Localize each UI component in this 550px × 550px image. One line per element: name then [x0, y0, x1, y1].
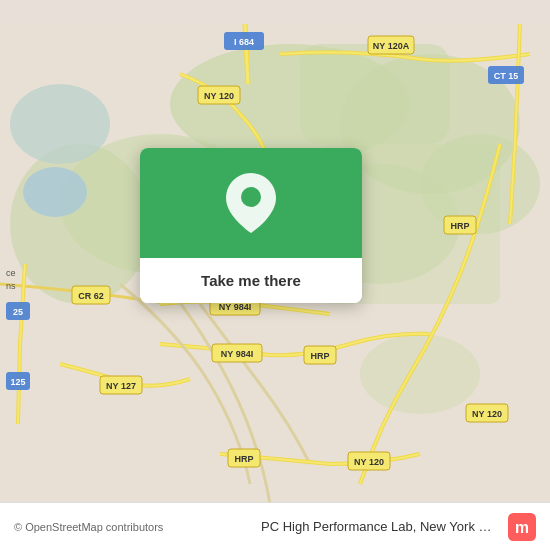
- svg-text:CT 15: CT 15: [494, 71, 519, 81]
- svg-text:125: 125: [10, 377, 25, 387]
- svg-text:NY 127: NY 127: [106, 381, 136, 391]
- moovit-logo: m: [508, 513, 536, 541]
- svg-text:CR 62: CR 62: [78, 291, 104, 301]
- svg-point-11: [23, 167, 87, 217]
- location-pin-icon: [226, 173, 276, 233]
- location-name-text: PC High Performance Lab, New York City: [261, 519, 500, 534]
- svg-text:NY 984I: NY 984I: [221, 349, 253, 359]
- svg-text:ns: ns: [6, 281, 16, 291]
- svg-text:25: 25: [13, 307, 23, 317]
- svg-point-10: [360, 334, 480, 414]
- bottom-bar: © OpenStreetMap contributors PC High Per…: [0, 502, 550, 550]
- svg-text:HRP: HRP: [234, 454, 253, 464]
- svg-text:m: m: [515, 519, 529, 536]
- svg-point-46: [241, 187, 261, 207]
- svg-text:NY 120A: NY 120A: [373, 41, 410, 51]
- popup-card: Take me there: [140, 148, 362, 303]
- svg-text:I 684: I 684: [234, 37, 254, 47]
- take-me-there-button[interactable]: Take me there: [140, 258, 362, 303]
- svg-text:ce: ce: [6, 268, 16, 278]
- svg-text:NY 120: NY 120: [354, 457, 384, 467]
- moovit-icon: m: [508, 513, 536, 541]
- map-container: I 684 NY 120A CT 15 NY 120 HRP CR 62 NY …: [0, 0, 550, 550]
- svg-text:NY 120: NY 120: [472, 409, 502, 419]
- popup-header: [140, 148, 362, 258]
- svg-point-7: [10, 84, 110, 164]
- copyright-text: © OpenStreetMap contributors: [14, 521, 253, 533]
- svg-text:HRP: HRP: [310, 351, 329, 361]
- svg-text:HRP: HRP: [450, 221, 469, 231]
- svg-text:NY 984I: NY 984I: [219, 302, 251, 312]
- svg-text:NY 120: NY 120: [204, 91, 234, 101]
